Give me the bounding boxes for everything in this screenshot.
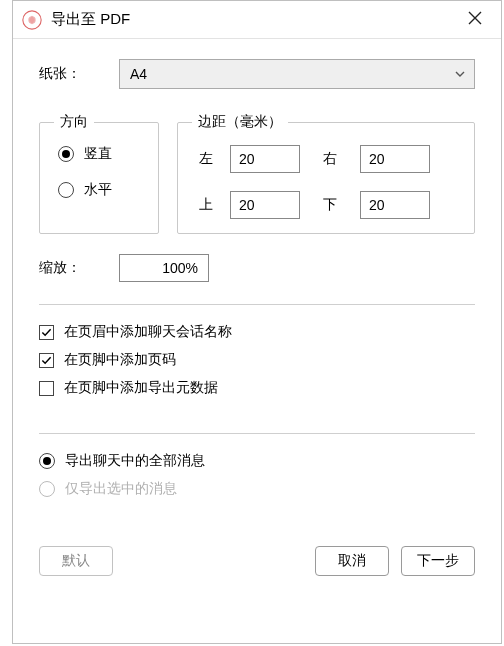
paper-value: A4 — [130, 66, 147, 82]
next-button[interactable]: 下一步 — [401, 546, 475, 576]
paper-select[interactable]: A4 — [119, 59, 475, 89]
divider — [39, 433, 475, 434]
next-button-label: 下一步 — [417, 552, 459, 570]
radio-icon — [58, 182, 74, 198]
app-icon — [21, 9, 43, 31]
margin-bottom-label: 下 — [310, 196, 350, 214]
options-list: 在页眉中添加聊天会话名称 在页脚中添加页码 在页脚中添加导出元数据 — [39, 323, 475, 397]
button-row: 默认 取消 下一步 — [39, 546, 475, 576]
paper-row: 纸张： A4 — [39, 59, 475, 89]
radio-icon — [39, 481, 55, 497]
option-footer-meta-label: 在页脚中添加导出元数据 — [64, 379, 218, 397]
scope-list: 导出聊天中的全部消息 仅导出选中的消息 — [39, 452, 475, 498]
chevron-down-icon — [454, 68, 466, 80]
export-pdf-dialog: 导出至 PDF 纸张： A4 方向 竖直 — [12, 0, 502, 644]
option-footer-page-label: 在页脚中添加页码 — [64, 351, 176, 369]
margin-left-label: 左 — [192, 150, 220, 168]
margin-right-label: 右 — [310, 150, 350, 168]
margin-bottom-input[interactable] — [360, 191, 430, 219]
close-button[interactable] — [455, 1, 495, 39]
option-footer-page[interactable]: 在页脚中添加页码 — [39, 351, 475, 369]
close-icon — [468, 11, 482, 28]
checkbox-icon — [39, 353, 54, 368]
scope-selected: 仅导出选中的消息 — [39, 480, 475, 498]
divider — [39, 304, 475, 305]
orientation-legend: 方向 — [54, 113, 94, 131]
radio-icon — [58, 146, 74, 162]
margin-right-input[interactable] — [360, 145, 430, 173]
zoom-label: 缩放： — [39, 259, 119, 277]
orientation-horizontal-label: 水平 — [84, 181, 112, 199]
margin-top-input[interactable] — [230, 191, 300, 219]
orientation-vertical[interactable]: 竖直 — [58, 145, 144, 163]
option-footer-meta[interactable]: 在页脚中添加导出元数据 — [39, 379, 475, 397]
scope-selected-label: 仅导出选中的消息 — [65, 480, 177, 498]
cancel-button[interactable]: 取消 — [315, 546, 389, 576]
margins-legend: 边距（毫米） — [192, 113, 288, 131]
zoom-input[interactable] — [119, 254, 209, 282]
cancel-button-label: 取消 — [338, 552, 366, 570]
zoom-row: 缩放： — [39, 254, 475, 282]
margin-top-label: 上 — [192, 196, 220, 214]
default-button[interactable]: 默认 — [39, 546, 113, 576]
dialog-title: 导出至 PDF — [51, 10, 455, 29]
option-header-name-label: 在页眉中添加聊天会话名称 — [64, 323, 232, 341]
titlebar: 导出至 PDF — [13, 1, 501, 39]
margin-left-input[interactable] — [230, 145, 300, 173]
margins-fieldset: 边距（毫米） 左 右 上 下 — [177, 113, 475, 234]
scope-all[interactable]: 导出聊天中的全部消息 — [39, 452, 475, 470]
checkbox-icon — [39, 325, 54, 340]
default-button-label: 默认 — [62, 552, 90, 570]
option-header-name[interactable]: 在页眉中添加聊天会话名称 — [39, 323, 475, 341]
paper-label: 纸张： — [39, 65, 119, 83]
orientation-vertical-label: 竖直 — [84, 145, 112, 163]
orientation-horizontal[interactable]: 水平 — [58, 181, 144, 199]
orientation-fieldset: 方向 竖直 水平 — [39, 113, 159, 234]
radio-icon — [39, 453, 55, 469]
scope-all-label: 导出聊天中的全部消息 — [65, 452, 205, 470]
checkbox-icon — [39, 381, 54, 396]
